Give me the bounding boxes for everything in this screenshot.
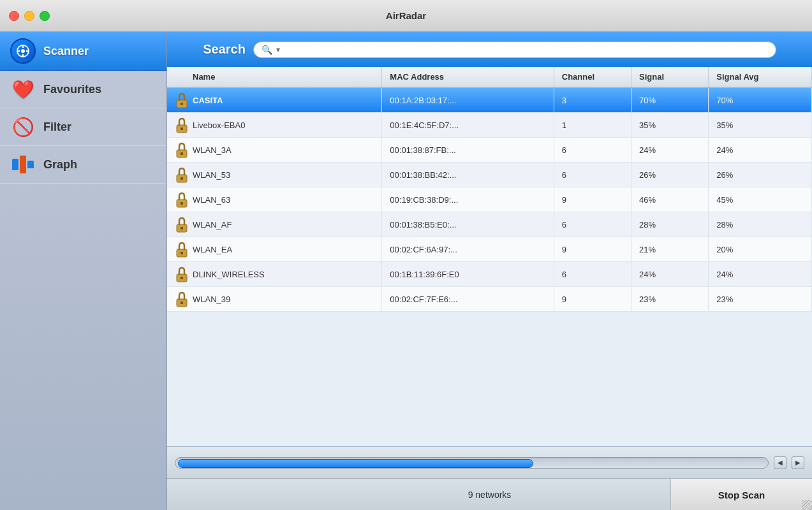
- network-channel: 9: [554, 287, 631, 312]
- minimize-button[interactable]: [24, 11, 34, 21]
- svg-rect-17: [181, 227, 183, 229]
- svg-rect-23: [181, 302, 183, 304]
- network-signal-avg: 26%: [709, 163, 812, 187]
- table-row[interactable]: DLINK_WIRELESS00:1B:11:39:6F:E0624%24%: [167, 262, 812, 287]
- network-signal-avg: 24%: [709, 262, 812, 287]
- filter-icon: 🚫: [10, 115, 36, 139]
- network-signal: 24%: [631, 138, 709, 163]
- network-name: Livebox-EBA0: [193, 120, 245, 130]
- svg-rect-9: [181, 127, 183, 130]
- stop-scan-label: Stop Scan: [718, 490, 765, 500]
- lock-icon: [175, 191, 189, 208]
- titlebar: AirRadar: [0, 0, 812, 32]
- scrollbar-thumb[interactable]: [178, 459, 533, 468]
- network-signal: 26%: [631, 163, 709, 187]
- search-bar: Search 🔍 ▾: [167, 32, 812, 67]
- sidebar-graph-label: Graph: [43, 158, 77, 171]
- network-channel: 3: [554, 87, 631, 113]
- search-icon: 🔍: [262, 45, 272, 55]
- table-row[interactable]: Livebox-EBA000:1E:4C:5F:D7:...135%35%: [167, 113, 812, 138]
- col-header-name: Name: [167, 67, 382, 87]
- search-label: Search: [203, 42, 246, 57]
- table-header-row: Name MAC Address Channel Signal Signal A…: [167, 67, 812, 87]
- sidebar-item-graph[interactable]: Graph: [0, 146, 166, 184]
- col-header-mac: MAC Address: [382, 67, 554, 87]
- table-row[interactable]: WLAN_3900:02:CF:7F:E6:...923%23%: [167, 287, 812, 312]
- lock-icon: [175, 92, 189, 108]
- svg-rect-15: [181, 202, 183, 205]
- network-name: WLAN_AF: [193, 220, 232, 229]
- network-name: WLAN_EA: [193, 245, 232, 254]
- stop-scan-button[interactable]: Stop Scan: [670, 479, 812, 510]
- col-header-sigavg: Signal Avg: [709, 67, 812, 87]
- heart-icon: ❤️: [10, 77, 36, 101]
- scroll-right-button[interactable]: ▶: [792, 456, 804, 469]
- network-signal-avg: 23%: [709, 287, 812, 312]
- svg-rect-7: [181, 103, 183, 105]
- network-mac: 00:01:38:BB:42:...: [382, 163, 554, 187]
- network-signal-avg: 20%: [709, 237, 812, 262]
- table-row[interactable]: WLAN_AF00:01:38:B5:E0:...628%28%: [167, 212, 812, 237]
- network-mac: 00:01:38:87:FB:...: [382, 138, 554, 163]
- col-header-signal: Signal: [631, 67, 709, 87]
- content-area: Search 🔍 ▾ Name MAC Address Channel Sign…: [167, 32, 812, 510]
- sidebar-item-scanner[interactable]: Scanner: [0, 32, 166, 71]
- search-dropdown-arrow[interactable]: ▾: [276, 45, 280, 54]
- svg-rect-13: [181, 177, 183, 180]
- network-signal-avg: 28%: [709, 212, 812, 237]
- resize-grip[interactable]: [802, 500, 812, 510]
- network-mac: 00:1E:4C:5F:D7:...: [382, 113, 554, 138]
- network-name: WLAN_53: [193, 170, 230, 180]
- search-input[interactable]: [285, 45, 768, 54]
- lock-icon: [175, 117, 189, 133]
- lock-icon: [175, 166, 189, 183]
- sidebar-scanner-label: Scanner: [43, 45, 89, 58]
- network-name: CASITA: [193, 96, 223, 105]
- table-row[interactable]: WLAN_EA00:02:CF:6A:97:...921%20%: [167, 237, 812, 262]
- maximize-button[interactable]: [40, 11, 50, 21]
- network-channel: 1: [554, 113, 631, 138]
- svg-rect-21: [181, 277, 183, 279]
- network-mac: 00:1B:11:39:6F:E0: [382, 262, 554, 287]
- network-mac: 00:01:38:B5:E0:...: [382, 212, 554, 237]
- network-name: WLAN_39: [193, 295, 230, 304]
- sidebar-favourites-label: Favourites: [43, 83, 101, 96]
- main-layout: Scanner ❤️ Favourites 🚫 Filter Graph Sea…: [0, 32, 812, 510]
- svg-rect-19: [181, 252, 183, 254]
- table-row[interactable]: WLAN_3A00:01:38:87:FB:...624%24%: [167, 138, 812, 163]
- col-header-channel: Channel: [554, 67, 631, 87]
- network-channel: 6: [554, 212, 631, 237]
- horizontal-scrollbar[interactable]: [175, 457, 769, 469]
- scroll-left-button[interactable]: ◀: [774, 456, 786, 469]
- lock-icon: [175, 241, 189, 258]
- search-input-wrap[interactable]: 🔍 ▾: [253, 41, 776, 58]
- footer: 9 networks Stop Scan: [167, 478, 812, 510]
- table-row[interactable]: CASITA00:1A:2B:03:17:...370%70%: [167, 87, 812, 113]
- table-row[interactable]: WLAN_6300:19:CB:38:D9:...946%45%: [167, 187, 812, 212]
- sidebar-item-favourites[interactable]: ❤️ Favourites: [0, 71, 166, 108]
- network-table: Name MAC Address Channel Signal Signal A…: [167, 67, 812, 312]
- network-signal: 24%: [631, 262, 709, 287]
- network-mac: 00:19:CB:38:D9:...: [382, 187, 554, 212]
- network-mac: 00:1A:2B:03:17:...: [382, 87, 554, 113]
- network-channel: 6: [554, 138, 631, 163]
- network-signal-avg: 35%: [709, 113, 812, 138]
- window-controls: [9, 11, 50, 21]
- network-channel: 9: [554, 187, 631, 212]
- sidebar-item-filter[interactable]: 🚫 Filter: [0, 108, 166, 146]
- network-signal: 70%: [631, 87, 709, 113]
- network-name: WLAN_63: [193, 195, 230, 205]
- svg-point-5: [21, 49, 25, 53]
- network-channel: 6: [554, 163, 631, 187]
- network-signal: 35%: [631, 113, 709, 138]
- scanner-icon: [10, 38, 36, 64]
- table-row[interactable]: WLAN_5300:01:38:BB:42:...626%26%: [167, 163, 812, 187]
- network-signal-avg: 70%: [709, 87, 812, 113]
- network-signal: 46%: [631, 187, 709, 212]
- sidebar: Scanner ❤️ Favourites 🚫 Filter Graph: [0, 32, 167, 510]
- network-channel: 6: [554, 262, 631, 287]
- network-table-wrap: Name MAC Address Channel Signal Signal A…: [167, 67, 812, 446]
- app-title: AirRadar: [386, 10, 426, 21]
- lock-icon: [175, 216, 189, 233]
- close-button[interactable]: [9, 11, 19, 21]
